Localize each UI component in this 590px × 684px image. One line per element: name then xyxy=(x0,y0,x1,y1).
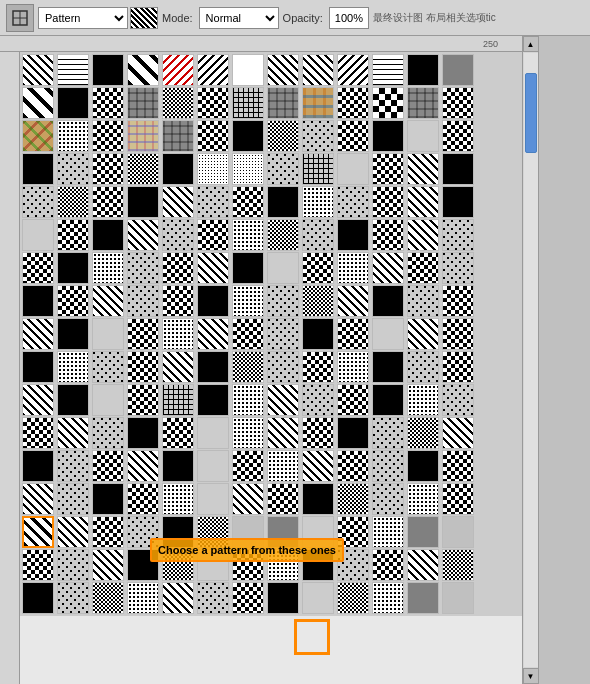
pattern-cell[interactable] xyxy=(337,549,369,581)
pattern-cell[interactable] xyxy=(302,54,334,86)
pattern-cell[interactable] xyxy=(162,153,194,185)
pattern-cell[interactable] xyxy=(407,219,439,251)
pattern-cell[interactable] xyxy=(162,285,194,317)
pattern-cell[interactable] xyxy=(162,186,194,218)
pattern-cell[interactable] xyxy=(92,87,124,119)
pattern-cell[interactable] xyxy=(337,219,369,251)
pattern-cell[interactable] xyxy=(92,54,124,86)
pattern-cell[interactable] xyxy=(337,450,369,482)
pattern-cell[interactable] xyxy=(337,87,369,119)
pattern-cell[interactable] xyxy=(162,120,194,152)
pattern-cell[interactable] xyxy=(442,450,474,482)
pattern-cell[interactable] xyxy=(232,516,264,548)
pattern-cell[interactable] xyxy=(127,219,159,251)
pattern-cell[interactable] xyxy=(267,153,299,185)
pattern-cell[interactable] xyxy=(407,384,439,416)
pattern-cell[interactable] xyxy=(197,285,229,317)
pattern-cell[interactable] xyxy=(197,549,229,581)
pattern-cell[interactable] xyxy=(162,582,194,614)
pattern-cell[interactable] xyxy=(127,549,159,581)
pattern-cell[interactable] xyxy=(232,120,264,152)
pattern-cell[interactable] xyxy=(407,516,439,548)
pattern-cell[interactable] xyxy=(407,351,439,383)
pattern-cell[interactable] xyxy=(267,483,299,515)
pattern-cell[interactable] xyxy=(162,384,194,416)
pattern-cell[interactable] xyxy=(127,417,159,449)
pattern-cell[interactable] xyxy=(407,285,439,317)
pattern-cell[interactable] xyxy=(407,252,439,284)
pattern-cell[interactable] xyxy=(162,318,194,350)
pattern-cell[interactable] xyxy=(22,219,54,251)
pattern-cell[interactable] xyxy=(232,54,264,86)
pattern-cell[interactable] xyxy=(92,186,124,218)
scroll-track[interactable] xyxy=(524,53,538,667)
pattern-cell[interactable] xyxy=(57,318,89,350)
pattern-cell[interactable] xyxy=(372,483,404,515)
pattern-cell[interactable] xyxy=(232,285,264,317)
pattern-cell[interactable] xyxy=(442,153,474,185)
pattern-cell[interactable] xyxy=(267,285,299,317)
pattern-cell[interactable] xyxy=(337,120,369,152)
pattern-cell[interactable] xyxy=(197,516,229,548)
pattern-cell[interactable] xyxy=(92,417,124,449)
pattern-cell[interactable] xyxy=(57,252,89,284)
pattern-cell[interactable] xyxy=(92,120,124,152)
pattern-cell[interactable] xyxy=(267,120,299,152)
pattern-cell[interactable] xyxy=(127,153,159,185)
pattern-cell[interactable] xyxy=(127,285,159,317)
pattern-cell[interactable] xyxy=(442,417,474,449)
pattern-cell[interactable] xyxy=(57,582,89,614)
pattern-cell[interactable] xyxy=(302,318,334,350)
pattern-cell[interactable] xyxy=(232,252,264,284)
pattern-cell[interactable] xyxy=(267,351,299,383)
pattern-cell[interactable] xyxy=(442,483,474,515)
pattern-cell[interactable] xyxy=(232,219,264,251)
pattern-cell[interactable] xyxy=(372,120,404,152)
pattern-cell[interactable] xyxy=(232,318,264,350)
pattern-cell[interactable] xyxy=(232,351,264,383)
pattern-cell[interactable] xyxy=(197,219,229,251)
pattern-cell[interactable] xyxy=(407,549,439,581)
pattern-cell[interactable] xyxy=(57,87,89,119)
pattern-cell[interactable] xyxy=(92,252,124,284)
pattern-cell[interactable] xyxy=(22,186,54,218)
pattern-cell[interactable] xyxy=(232,450,264,482)
pattern-cell[interactable] xyxy=(442,252,474,284)
pattern-cell[interactable] xyxy=(442,549,474,581)
pattern-cell[interactable] xyxy=(267,582,299,614)
pattern-cell[interactable] xyxy=(442,54,474,86)
pattern-cell[interactable] xyxy=(302,582,334,614)
pattern-cell[interactable] xyxy=(302,186,334,218)
pattern-cell[interactable] xyxy=(442,120,474,152)
pattern-cell[interactable] xyxy=(22,384,54,416)
pattern-cell[interactable] xyxy=(22,252,54,284)
pattern-cell[interactable] xyxy=(337,54,369,86)
pattern-cell[interactable] xyxy=(57,450,89,482)
pattern-cell[interactable] xyxy=(267,318,299,350)
pattern-cell[interactable] xyxy=(92,483,124,515)
pattern-cell[interactable] xyxy=(162,351,194,383)
pattern-cell[interactable] xyxy=(372,516,404,548)
pattern-cell[interactable] xyxy=(337,186,369,218)
pattern-cell[interactable] xyxy=(197,120,229,152)
pattern-cell[interactable] xyxy=(407,54,439,86)
pattern-cell[interactable] xyxy=(197,450,229,482)
pattern-cell[interactable] xyxy=(162,87,194,119)
pattern-cell[interactable] xyxy=(337,483,369,515)
pattern-cell[interactable] xyxy=(127,120,159,152)
pattern-cell[interactable] xyxy=(92,153,124,185)
pattern-cell[interactable] xyxy=(442,582,474,614)
pattern-cell[interactable] xyxy=(372,450,404,482)
pattern-cell[interactable] xyxy=(372,252,404,284)
pattern-cell[interactable] xyxy=(57,54,89,86)
pattern-cell[interactable] xyxy=(57,417,89,449)
pattern-cell[interactable] xyxy=(267,384,299,416)
pattern-cell[interactable] xyxy=(232,384,264,416)
pattern-cell[interactable] xyxy=(302,483,334,515)
pattern-cell[interactable] xyxy=(197,384,229,416)
pattern-cell[interactable] xyxy=(92,582,124,614)
pattern-cell[interactable] xyxy=(127,483,159,515)
pattern-cell[interactable] xyxy=(442,219,474,251)
scroll-thumb[interactable] xyxy=(525,73,537,153)
pattern-cell[interactable] xyxy=(127,582,159,614)
